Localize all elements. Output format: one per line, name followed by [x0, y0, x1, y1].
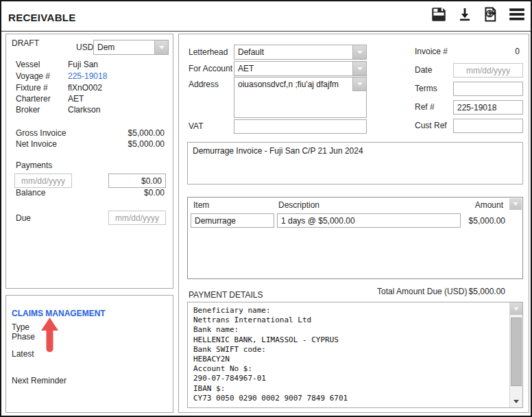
chevron-down-icon[interactable] [352, 62, 366, 75]
receivable-window: RECEIVABLE $ [0, 0, 532, 417]
terms-label: Terms [415, 84, 437, 93]
vessel-label: Vessel [16, 60, 40, 69]
claim-phase-label: Phase [12, 332, 35, 342]
invoice-type-value: Dem [94, 40, 154, 54]
payment-details-title: PAYMENT DETAILS [189, 290, 263, 300]
invoice-no-label: Invoice # [415, 47, 448, 56]
line-items-table: Item Description Amount $5,000.00 [187, 197, 523, 279]
send-invoice-icon[interactable]: $ [481, 4, 500, 25]
letterhead-label: Letterhead [189, 47, 228, 57]
net-invoice-label: Net Invoice [16, 139, 57, 149]
column-header-item: Item [193, 200, 209, 210]
charterer-value: AET [68, 94, 84, 104]
draft-panel: DRAFT USD Dem Vessel Fuji San Voyage # 2… [5, 34, 173, 289]
for-account-label: For Account [189, 64, 232, 73]
vessel-value: Fuji San [68, 60, 98, 69]
save-icon[interactable] [429, 4, 448, 25]
gross-invoice-label: Gross Invoice [16, 128, 66, 138]
invoice-date-input[interactable] [453, 63, 523, 78]
payment-details-text: Beneficiary name: Nettrans International… [188, 302, 509, 407]
chevron-down-icon[interactable] [352, 45, 366, 59]
address-box[interactable]: oiuasonsdvcf,n ;fiu'aj dfajfm [234, 77, 367, 118]
for-account-value: AET [234, 62, 352, 75]
invoice-no-value: 0 [453, 47, 520, 56]
gross-invoice-value: $5,000.00 [128, 128, 165, 138]
claims-panel: CLAIMS MANAGEMENT Type Phase Latest Next… [5, 295, 173, 413]
balance-value: $0.00 [144, 188, 165, 198]
address-value: oiuasonsdvcf,n ;fiu'aj dfajfm [238, 80, 350, 89]
claim-type-label: Type [12, 322, 29, 332]
broker-label: Broker [16, 105, 40, 115]
column-header-description: Description [278, 200, 319, 210]
next-reminder-label: Next Reminder [12, 376, 66, 385]
cust-ref-label: Cust Ref [415, 121, 447, 130]
invoice-panel: Letterhead Default For Account AET Addre… [178, 34, 529, 413]
scroll-down-icon[interactable] [510, 396, 522, 406]
letterhead-dropdown[interactable]: Default [234, 45, 367, 60]
broker-value: Clarkson [68, 105, 100, 115]
invoice-type-dropdown[interactable]: Dem [93, 40, 169, 55]
for-account-dropdown[interactable]: AET [234, 61, 367, 76]
draft-status-label: DRAFT [12, 38, 39, 48]
payment-details-scrollbar[interactable] [509, 302, 522, 407]
invoice-description-box[interactable]: Demurrage Invoice - Fuji San C/P 21 Jun … [187, 142, 523, 184]
letterhead-value: Default [234, 45, 352, 59]
payments-label: Payments [16, 160, 52, 170]
chevron-down-icon[interactable] [352, 78, 366, 91]
terms-input[interactable] [453, 82, 523, 96]
payment-details-box[interactable]: Beneficiary name: Nettrans International… [187, 302, 523, 408]
vat-input[interactable] [234, 119, 367, 134]
due-label: Due [16, 213, 31, 223]
payment-amount-input[interactable] [108, 174, 166, 188]
payment-date-input[interactable] [14, 174, 72, 188]
column-header-amount: Amount [475, 200, 503, 210]
cust-ref-input[interactable] [453, 119, 523, 133]
item-description-input[interactable] [277, 213, 461, 228]
fixture-value: flXnO002 [68, 83, 102, 93]
invoice-description: Demurrage Invoice - Fuji San C/P 21 Jun … [193, 146, 363, 156]
page-title: RECEIVABLE [8, 12, 76, 23]
menu-icon[interactable] [507, 4, 526, 25]
voyage-link[interactable]: 225-19018 [68, 71, 107, 81]
charterer-label: Charterer [16, 94, 51, 104]
fixture-label: Fixture # [16, 83, 48, 93]
date-label: Date [415, 65, 432, 75]
scroll-dropdown-icon[interactable] [510, 302, 522, 315]
header-toolbar: $ [429, 4, 526, 25]
item-amount: $5,000.00 [469, 216, 505, 226]
header-divider [1, 31, 531, 32]
item-input[interactable] [191, 213, 274, 228]
balance-label: Balance [16, 188, 45, 198]
net-invoice-value: $5,000.00 [128, 139, 165, 149]
address-label: Address [189, 80, 219, 89]
currency-label: USD [76, 43, 93, 52]
due-date-input[interactable] [108, 211, 166, 225]
ref-label: Ref # [415, 102, 435, 112]
ref-input[interactable] [453, 100, 523, 115]
scrollbar-thumb[interactable] [511, 318, 522, 386]
chevron-down-icon[interactable] [154, 40, 168, 54]
vat-label: VAT [189, 121, 204, 131]
download-icon[interactable] [455, 4, 474, 25]
total-amount-due-value: $5,000.00 [453, 287, 505, 296]
red-arrow-annotation [40, 317, 59, 355]
table-options-icon[interactable] [509, 198, 522, 210]
voyage-label: Voyage # [16, 71, 50, 81]
claim-latest-label: Latest [12, 349, 34, 359]
